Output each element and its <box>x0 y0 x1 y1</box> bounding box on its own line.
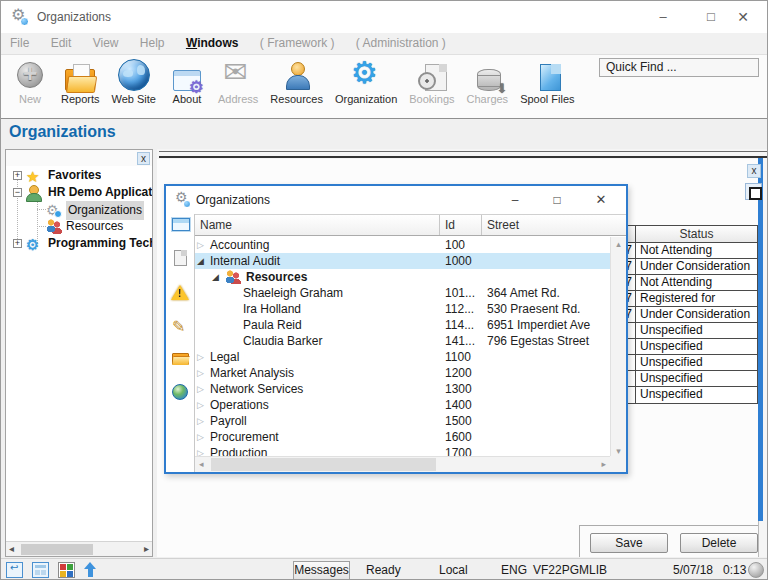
restore-window-icon[interactable] <box>745 183 762 200</box>
scroll-left-icon[interactable]: ◂ <box>199 459 204 469</box>
person-icon <box>281 59 313 91</box>
tile-windows-icon[interactable] <box>32 562 49 578</box>
toolbar-website-button[interactable]: Web Site <box>106 58 162 106</box>
document-icon[interactable] <box>174 250 187 266</box>
street-cell: 6951 Imperdiet Ave <box>482 317 610 333</box>
folder-icon[interactable] <box>172 353 189 365</box>
tree-panel-close-icon[interactable]: x <box>137 152 150 165</box>
table-row[interactable]: Procurement 1600 <box>195 429 610 445</box>
menu-help[interactable]: Help <box>131 33 174 54</box>
warning-icon[interactable] <box>171 285 189 300</box>
sidebar-item-favorites[interactable]: + Favorites <box>6 167 152 184</box>
expander-icon[interactable] <box>197 237 210 253</box>
table-row[interactable]: Paula Reid 114... 6951 Imperdiet Ave <box>195 317 610 333</box>
table-row[interactable]: Ira Holland 112... 530 Praesent Rd. <box>195 301 610 317</box>
menu-administration[interactable]: ( Administration ) <box>347 33 455 54</box>
organizations-dialog: Organizations – □ ✕ Name Id Street <box>164 184 628 474</box>
street-cell: 364 Amet Rd. <box>482 285 610 301</box>
column-header-name[interactable]: Name <box>195 215 440 235</box>
toolbar-spoolfiles-button[interactable]: Spool Files <box>514 60 580 106</box>
expander-icon[interactable] <box>197 349 210 365</box>
new-plus-icon <box>14 59 46 91</box>
street-cell <box>482 429 610 445</box>
expander-icon[interactable] <box>197 381 210 397</box>
messages-button[interactable]: Messages <box>293 561 350 580</box>
scroll-down-icon[interactable]: ▾ <box>611 446 626 456</box>
table-row[interactable]: Market Analysis 1200 <box>195 365 610 381</box>
table-row[interactable]: Internal Audit 1000 <box>195 253 610 269</box>
status-bar: Messages Ready Local ENG VF22PGMLIB 5/07… <box>1 558 768 580</box>
scroll-left-icon[interactable]: ◂ <box>9 543 14 554</box>
delete-button[interactable]: Delete <box>680 533 758 553</box>
sidebar-item-organizations[interactable]: Organizations <box>6 201 152 218</box>
street-cell: 796 Egestas Street <box>482 333 610 349</box>
expander-icon[interactable] <box>197 253 210 269</box>
column-header-id[interactable]: Id <box>440 215 482 235</box>
globe-icon <box>118 59 150 91</box>
sidebar-item-hr-demo-application[interactable]: − HR Demo Application <box>6 184 152 201</box>
minimize-button[interactable]: – <box>643 1 683 33</box>
table-row[interactable]: Legal 1100 <box>195 349 610 365</box>
id-cell: 100 <box>440 237 482 253</box>
cascade-windows-icon[interactable] <box>6 562 23 578</box>
child-close-icon[interactable]: x <box>747 164 761 178</box>
table-row[interactable]: Claudia Barker 141... 796 Egestas Street <box>195 333 610 349</box>
tree-horizontal-scrollbar[interactable]: ◂ ▸ <box>6 541 152 556</box>
name-cell: Resources <box>195 269 440 285</box>
expander-icon[interactable] <box>197 397 210 413</box>
menu-file[interactable]: File <box>1 33 38 54</box>
plus-expander-icon[interactable]: + <box>13 239 22 248</box>
horizontal-scrollbar[interactable]: ◂ ▸ <box>195 456 610 472</box>
plus-expander-icon[interactable]: + <box>13 171 22 180</box>
sidebar-item-resources[interactable]: Resources <box>6 218 152 235</box>
id-cell: 1100 <box>440 349 482 365</box>
quick-find-input[interactable]: Quick Find ... <box>599 58 759 77</box>
menu-edit[interactable]: Edit <box>42 33 81 54</box>
toolbar-resources-button[interactable]: Resources <box>264 58 329 106</box>
street-cell <box>482 381 610 397</box>
column-header-street[interactable]: Street <box>482 215 626 235</box>
edit-pencil-icon[interactable] <box>172 317 190 333</box>
save-button[interactable]: Save <box>590 533 668 553</box>
scrollbar-thumb[interactable] <box>211 458 436 471</box>
vertical-scrollbar[interactable]: ▴ ▾ <box>610 237 626 458</box>
table-row[interactable]: Shaeleigh Graham 101... 364 Amet Rd. <box>195 285 610 301</box>
sort-arrow-icon[interactable] <box>84 562 101 578</box>
menu-framework[interactable]: ( Framework ) <box>251 33 344 54</box>
minus-expander-icon[interactable]: − <box>13 188 22 197</box>
page-title: Organizations <box>9 123 116 141</box>
globe-icon[interactable] <box>172 384 188 400</box>
table-row[interactable]: Resources <box>195 269 610 285</box>
expander-icon[interactable] <box>197 365 210 381</box>
minimize-button[interactable]: – <box>500 186 530 214</box>
table-row[interactable]: Accounting 100 <box>195 237 610 253</box>
expander-icon[interactable] <box>197 413 210 429</box>
menu-windows[interactable]: Windows <box>177 33 248 54</box>
form-window-icon[interactable] <box>172 218 190 231</box>
scroll-right-icon[interactable]: ▸ <box>144 543 149 554</box>
menu-view[interactable]: View <box>84 33 128 54</box>
table-body: Accounting 100 Internal Audit 1000 <box>195 237 610 458</box>
scroll-up-icon[interactable]: ▴ <box>611 239 626 249</box>
panel-border <box>758 521 759 557</box>
status-column-header[interactable]: Status <box>636 226 757 242</box>
close-button[interactable]: ✕ <box>586 186 616 214</box>
table-row[interactable]: Network Services 1300 <box>195 381 610 397</box>
title-bar: Organizations – □ ✕ <box>1 1 768 33</box>
maximize-button[interactable]: □ <box>542 186 572 214</box>
scrollbar-thumb[interactable] <box>21 544 93 555</box>
scroll-right-icon[interactable]: ▸ <box>601 459 606 469</box>
street-cell <box>482 269 610 285</box>
expander-icon[interactable] <box>197 429 210 445</box>
color-grid-icon[interactable] <box>58 562 75 578</box>
name-cell: Claudia Barker <box>195 333 440 349</box>
toolbar-organization-button[interactable]: Organization <box>329 58 403 106</box>
table-row[interactable]: Operations 1400 <box>195 397 610 413</box>
toolbar-about-button[interactable]: About <box>162 63 212 106</box>
toolbar-reports-button[interactable]: Reports <box>55 60 106 106</box>
table-row[interactable]: Payroll 1500 <box>195 413 610 429</box>
sidebar-item-programming-tech[interactable]: + Programming Tech <box>6 235 152 252</box>
gear-icon <box>350 59 382 91</box>
close-button[interactable]: ✕ <box>723 1 763 33</box>
expander-icon[interactable] <box>212 269 225 285</box>
